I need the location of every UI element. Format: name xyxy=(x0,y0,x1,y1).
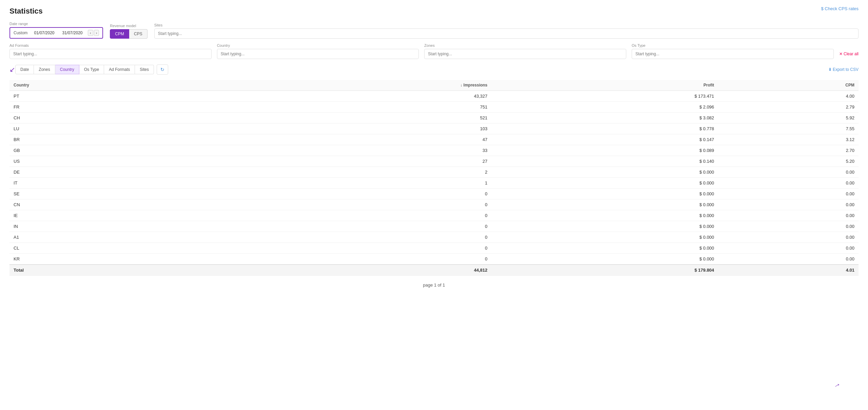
groupby-tab-sites[interactable]: Sites xyxy=(135,65,154,74)
cpm-button[interactable]: CPM xyxy=(110,29,129,39)
os-type-group: Os Type xyxy=(632,43,834,59)
cell-cpm: 0.00 xyxy=(718,254,859,265)
cps-button[interactable]: CPS xyxy=(129,29,147,39)
cell-impressions: 2 xyxy=(203,167,492,178)
cell-cpm: 0.00 xyxy=(718,221,859,232)
cell-country: A1 xyxy=(9,232,203,243)
table-row: IT 1 $ 0.000 0.00 xyxy=(9,178,859,189)
cell-cpm: 5.20 xyxy=(718,156,859,167)
date-range-box: Custom ‹ › xyxy=(9,27,103,39)
date-next-button[interactable]: › xyxy=(94,30,99,36)
groupby-tab-ad-formats[interactable]: Ad Formats xyxy=(104,65,135,74)
sites-input[interactable] xyxy=(154,28,859,39)
table-row: BR 47 $ 0.147 3.12 xyxy=(9,134,859,145)
cell-profit: $ 0.000 xyxy=(492,199,718,210)
cell-cpm: 5.92 xyxy=(718,113,859,123)
table-row: US 27 $ 0.140 5.20 xyxy=(9,156,859,167)
cell-impressions: 0 xyxy=(203,189,492,199)
date-range-type: Custom xyxy=(14,31,29,35)
ad-formats-group: Ad Formats xyxy=(9,43,212,59)
cell-cpm: 2.79 xyxy=(718,102,859,113)
table-row: GB 33 $ 0.089 2.70 xyxy=(9,145,859,156)
table-row: SE 0 $ 0.000 0.00 xyxy=(9,189,859,199)
col-country: Country xyxy=(9,80,203,91)
table-row: CL 0 $ 0.000 0.00 xyxy=(9,243,859,254)
cell-cpm: 0.00 xyxy=(718,178,859,189)
pagination: page 1 of 1 xyxy=(9,282,859,288)
cell-impressions: 47 xyxy=(203,134,492,145)
cell-impressions: 0 xyxy=(203,221,492,232)
sites-label: Sites xyxy=(154,23,859,27)
cell-country: IN xyxy=(9,221,203,232)
zones-group: Zones xyxy=(424,43,626,59)
cell-country: BR xyxy=(9,134,203,145)
country-input[interactable] xyxy=(217,49,419,59)
total-cpm: 4.01 xyxy=(718,265,859,276)
cell-impressions: 27 xyxy=(203,156,492,167)
table-row: FR 751 $ 2.096 2.79 xyxy=(9,102,859,113)
refresh-button[interactable]: ↻ xyxy=(157,64,168,75)
total-profit: $ 179.804 xyxy=(492,265,718,276)
cell-impressions: 1 xyxy=(203,178,492,189)
revenue-model-buttons: CPM CPS xyxy=(110,29,147,39)
cell-impressions: 33 xyxy=(203,145,492,156)
date-range-label: Date range xyxy=(9,22,103,26)
groupby-row: ↙ DateZonesCountryOs TypeAd FormatsSites… xyxy=(9,64,859,75)
table-row: IE 0 $ 0.000 0.00 xyxy=(9,210,859,221)
cell-impressions: 103 xyxy=(203,123,492,134)
groupby-tab-os-type[interactable]: Os Type xyxy=(79,65,104,74)
cell-country: LU xyxy=(9,123,203,134)
cell-impressions: 751 xyxy=(203,102,492,113)
col-impressions[interactable]: ↓ Impressions xyxy=(203,80,492,91)
cell-country: DE xyxy=(9,167,203,178)
cell-profit: $ 0.000 xyxy=(492,210,718,221)
os-type-label: Os Type xyxy=(632,43,834,47)
filter-row-1: Date range Custom ‹ › Revenue model CPM … xyxy=(9,22,859,39)
cell-country: CH xyxy=(9,113,203,123)
cell-profit: $ 0.000 xyxy=(492,254,718,265)
table-row: IN 0 $ 0.000 0.00 xyxy=(9,221,859,232)
table-row: CN 0 $ 0.000 0.00 xyxy=(9,199,859,210)
ad-formats-label: Ad Formats xyxy=(9,43,212,47)
date-nav: ‹ › xyxy=(88,30,99,36)
cell-cpm: 0.00 xyxy=(718,167,859,178)
cell-country: KR xyxy=(9,254,203,265)
date-from-input[interactable] xyxy=(32,31,57,35)
date-prev-button[interactable]: ‹ xyxy=(88,30,93,36)
groupby-tab-zones[interactable]: Zones xyxy=(34,65,55,74)
cell-profit: $ 0.000 xyxy=(492,243,718,254)
cell-country: CL xyxy=(9,243,203,254)
cell-cpm: 2.70 xyxy=(718,145,859,156)
table-row: CH 521 $ 3.082 5.92 xyxy=(9,113,859,123)
total-impressions: 44,812 xyxy=(203,265,492,276)
check-cps-link[interactable]: $ Check CPS rates xyxy=(821,6,859,11)
total-label: Total xyxy=(9,265,203,276)
cell-profit: $ 0.089 xyxy=(492,145,718,156)
cell-profit: $ 0.000 xyxy=(492,167,718,178)
zones-input[interactable] xyxy=(424,49,626,59)
statistics-table: Country ↓ Impressions Profit CPM PT 43,3… xyxy=(9,80,859,276)
date-to-input[interactable] xyxy=(60,31,85,35)
cell-profit: $ 0.000 xyxy=(492,189,718,199)
groupby-tab-country[interactable]: Country xyxy=(55,65,79,74)
cell-country: CN xyxy=(9,199,203,210)
cell-country: IE xyxy=(9,210,203,221)
ad-formats-input[interactable] xyxy=(9,49,212,59)
country-group: Country xyxy=(217,43,419,59)
cell-impressions: 0 xyxy=(203,210,492,221)
col-profit: Profit xyxy=(492,80,718,91)
clear-all-button[interactable]: ✕ Clear all xyxy=(839,52,859,59)
filter-row-2: Ad Formats Country Zones Os Type ✕ Clear… xyxy=(9,43,859,59)
export-csv-button[interactable]: ⬇ Export to CSV xyxy=(828,67,859,72)
cell-country: IT xyxy=(9,178,203,189)
cell-country: PT xyxy=(9,91,203,102)
revenue-model-label: Revenue model xyxy=(110,24,147,28)
groupby-tab-date[interactable]: Date xyxy=(15,65,34,74)
table-row: KR 0 $ 0.000 0.00 xyxy=(9,254,859,265)
cell-profit: $ 0.000 xyxy=(492,232,718,243)
cell-impressions: 0 xyxy=(203,199,492,210)
arrow-left-annotation: ↙ xyxy=(9,65,15,74)
cell-cpm: 0.00 xyxy=(718,210,859,221)
os-type-input[interactable] xyxy=(632,49,834,59)
cell-cpm: 0.00 xyxy=(718,189,859,199)
